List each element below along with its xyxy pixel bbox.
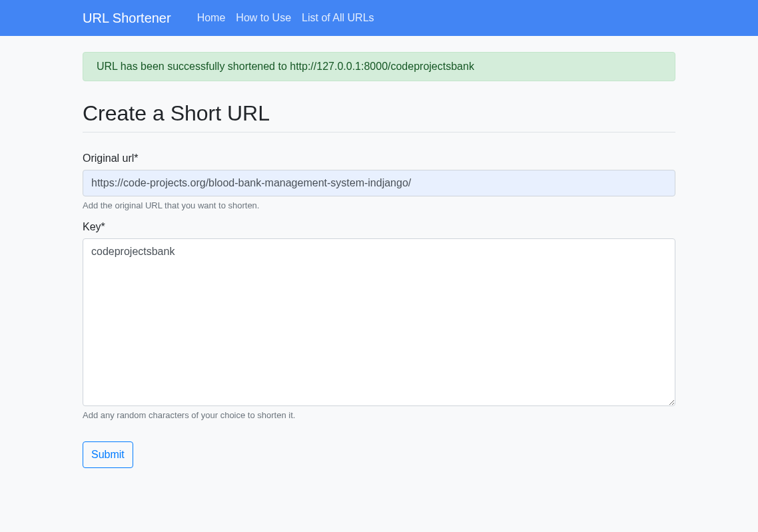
nav-link-list-urls[interactable]: List of All URLs [296, 7, 379, 29]
navbar-brand[interactable]: URL Shortener [83, 7, 171, 29]
original-url-input[interactable] [83, 170, 675, 196]
submit-button[interactable]: Submit [83, 441, 133, 468]
nav-link-how-to-use[interactable]: How to Use [230, 7, 296, 29]
nav-link-home[interactable]: Home [192, 7, 231, 29]
key-textarea[interactable] [83, 238, 675, 406]
original-url-help: Add the original URL that you want to sh… [83, 200, 675, 210]
key-help: Add any random characters of your choice… [83, 410, 675, 420]
success-alert: URL has been successfully shortened to h… [83, 52, 675, 81]
navbar: URL Shortener Home How to Use List of Al… [0, 0, 758, 36]
original-url-label: Original url* [83, 152, 675, 164]
nav-links: Home How to Use List of All URLs [192, 7, 380, 29]
key-label: Key* [83, 221, 675, 233]
page-title: Create a Short URL [83, 101, 675, 133]
shorten-form: Original url* Add the original URL that … [83, 152, 675, 468]
form-group-original-url: Original url* Add the original URL that … [83, 152, 675, 210]
form-group-key: Key* Add any random characters of your c… [83, 221, 675, 420]
